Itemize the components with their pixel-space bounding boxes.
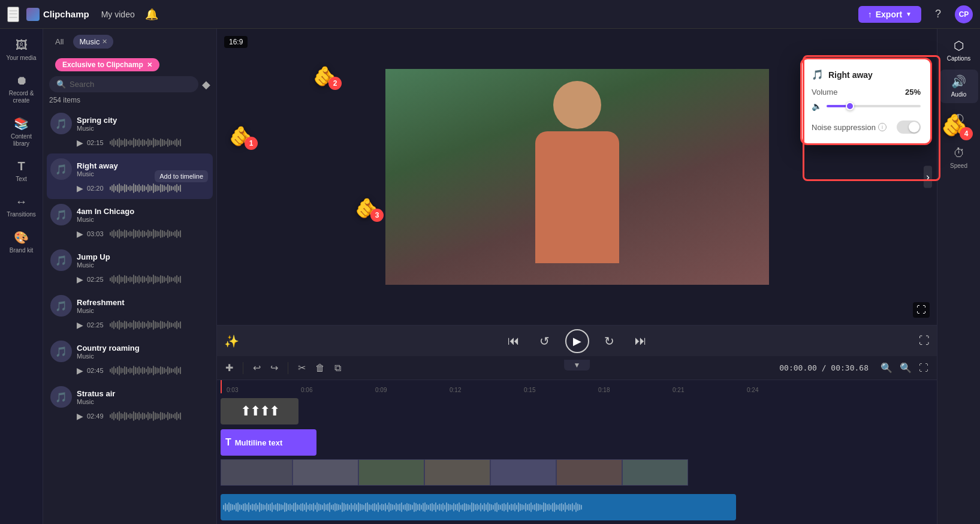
audio-clip[interactable] (221, 494, 736, 520)
topbar: ☰ Clipchamp My video 🔔 ↑ Export ▼ ? CP (0, 0, 980, 29)
text-clip[interactable]: T Multiline text (221, 429, 316, 456)
play-4am-btn[interactable]: ▶ (77, 229, 83, 239)
music-thumb-country: 🎵 (50, 341, 72, 362)
list-item[interactable]: 🎵 Right away Music ▶ 02:20 Add to timeli… (47, 153, 213, 199)
video-clip-thumb[interactable] (622, 459, 688, 486)
play-country-btn[interactable]: ▶ (77, 366, 83, 375)
right-panel-item-fade[interactable]: ◐ Fade (940, 106, 978, 139)
sidebar-item-your-media[interactable]: 🖼 Your media (2, 34, 41, 67)
redo-button[interactable]: ↪ (268, 360, 281, 376)
music-title-right-away: Right away (77, 161, 118, 170)
tab-all[interactable]: All (49, 35, 70, 49)
video-clip-thumb[interactable] (358, 459, 424, 486)
play-jump-up-btn[interactable]: ▶ (77, 275, 83, 284)
noise-suppression-toggle[interactable] (897, 121, 921, 134)
list-item[interactable]: 🎵 Refreshment Music ▶ 02:25 (47, 290, 213, 336)
list-item[interactable]: 🎵 4am In Chicago Music ▶ 03:03 (47, 199, 213, 245)
video-clip-thumb[interactable] (221, 459, 293, 486)
play-refreshment-btn[interactable]: ▶ (77, 320, 83, 330)
undo-button[interactable]: ↩ (251, 360, 263, 376)
sidebar: 🖼 Your media ⏺ Record & create 📚 Content… (0, 29, 43, 524)
music-genre-right-away: Music (77, 170, 118, 177)
exclusive-badge-close-icon[interactable]: ✕ (147, 61, 152, 69)
aspect-ratio-badge[interactable]: 16:9 (224, 36, 248, 48)
logo-area: Clipchamp (26, 8, 89, 21)
music-info-refreshment: Refreshment Music (77, 298, 124, 314)
menu-icon[interactable]: ☰ (7, 7, 19, 22)
share-icon[interactable]: 🔔 (142, 5, 161, 24)
video-clip-thumb[interactable] (490, 459, 556, 486)
right-panel-item-speed[interactable]: ⏱ Speed (940, 141, 978, 174)
volume-low-icon: 🔈 (812, 101, 822, 111)
zoom-out-button[interactable]: 🔍 (878, 360, 895, 376)
sidebar-item-content-library[interactable]: 📚 Content library (2, 112, 41, 152)
list-item[interactable]: 🎵 Stratus air Music ▶ 02:49 (47, 381, 213, 427)
tab-music[interactable]: Music ✕ (73, 35, 113, 49)
skip-forward-button[interactable]: ⏭ (630, 330, 652, 352)
nav-right-arrow-icon[interactable]: › (924, 166, 932, 188)
track-row-audio (217, 492, 937, 523)
sidebar-item-brand-kit[interactable]: 🎨 Brand kit (2, 225, 41, 259)
right-panel-item-captions[interactable]: ⬡ Captions (940, 34, 978, 67)
cut-button[interactable]: ✂ (295, 360, 308, 376)
fullscreen-button[interactable]: ⛶ (919, 335, 930, 347)
sidebar-item-label-transitions: Transitions (7, 211, 36, 218)
track-content-text: T Multiline text (221, 429, 937, 456)
play-right-away-btn[interactable]: ▶ (77, 183, 83, 193)
avatar[interactable]: CP (955, 5, 973, 23)
add-to-timeline-button[interactable]: Add to timeline (155, 170, 208, 182)
waveform-spring-city (110, 137, 209, 149)
fit-timeline-button[interactable]: ⛶ (916, 360, 931, 376)
waveform-right-away (110, 182, 209, 194)
music-info-country: Country roaming Music (77, 344, 140, 360)
list-item[interactable]: 🎵 Spring city Music ▶ 02:15 (47, 108, 213, 153)
help-icon[interactable]: ? (928, 5, 948, 24)
play-stratus-btn[interactable]: ▶ (77, 411, 83, 421)
video-clips-row (221, 459, 742, 486)
video-clip-thumb[interactable] (424, 459, 490, 486)
sidebar-item-label-record-create: Record & create (5, 90, 38, 104)
overlay-clip[interactable]: ⬆⬆⬆⬆ (221, 398, 298, 424)
rewind-button[interactable]: ↺ (534, 330, 556, 352)
search-box[interactable]: 🔍 Search (49, 76, 198, 92)
sidebar-item-record-create[interactable]: ⏺ Record & create (2, 69, 41, 109)
right-panel-item-audio[interactable]: 🔊 Audio (940, 70, 978, 103)
exclusive-badge-label: Exclusive to Clipchamp (62, 61, 143, 69)
volume-slider-row: 🔈 (812, 101, 921, 111)
brand-kit-icon: 🎨 (14, 230, 29, 245)
music-genre-4am: Music (77, 216, 134, 223)
video-clip-thumb[interactable] (556, 459, 622, 486)
duplicate-button[interactable]: ⧉ (332, 360, 343, 376)
play-spring-city-btn[interactable]: ▶ (77, 138, 83, 147)
project-name[interactable]: My video (101, 10, 135, 19)
sidebar-item-transitions[interactable]: ↔ Transitions (2, 190, 41, 223)
skip-back-button[interactable]: ⏮ (503, 330, 524, 352)
volume-slider[interactable] (827, 105, 921, 107)
toolbar-separator (243, 362, 243, 374)
play-pause-button[interactable]: ▶ (565, 329, 589, 353)
duration-country: 02:45 (87, 367, 106, 374)
export-button[interactable]: ↑ Export ▼ (858, 6, 921, 23)
music-info-4am: 4am In Chicago Music (77, 207, 134, 223)
list-item[interactable]: 🎵 Country roaming Music ▶ 02:45 (47, 336, 213, 381)
forward-button[interactable]: ↻ (599, 330, 620, 352)
zoom-controls: 🔍 🔍 ⛶ (878, 360, 931, 376)
expand-button[interactable]: ⛶ (913, 302, 930, 318)
delete-button[interactable]: 🗑 (313, 360, 327, 376)
tab-music-close-icon[interactable]: ✕ (102, 38, 107, 46)
exclusive-badge[interactable]: Exclusive to Clipchamp ✕ (55, 58, 159, 71)
collapse-timeline-button[interactable]: ▼ (564, 360, 590, 371)
ruler-marks: 0:030:060:090:120:150:180:210:24 (221, 380, 933, 393)
zoom-in-button[interactable]: 🔍 (897, 360, 914, 376)
add-magic-button[interactable]: ✨ (224, 334, 239, 348)
audio-label: Audio (951, 91, 967, 98)
video-clip-thumb[interactable] (293, 459, 358, 486)
timeline-timecode: 00:00.00 / 00:30.68 (779, 363, 869, 372)
music-list: 🎵 Spring city Music ▶ 02:15 🎵 (43, 108, 216, 524)
sidebar-item-text[interactable]: T Text (2, 155, 41, 188)
audio-properties-popup: 🎵 Right away Volume 25% 🔈 Noise suppress… (800, 58, 932, 145)
list-item[interactable]: 🎵 Jump Up Music ▶ 02:25 (47, 245, 213, 290)
add-clip-button[interactable]: ✚ (223, 360, 236, 376)
noise-info-icon[interactable]: i (878, 123, 886, 131)
filter-icon[interactable]: ◆ (202, 78, 210, 91)
